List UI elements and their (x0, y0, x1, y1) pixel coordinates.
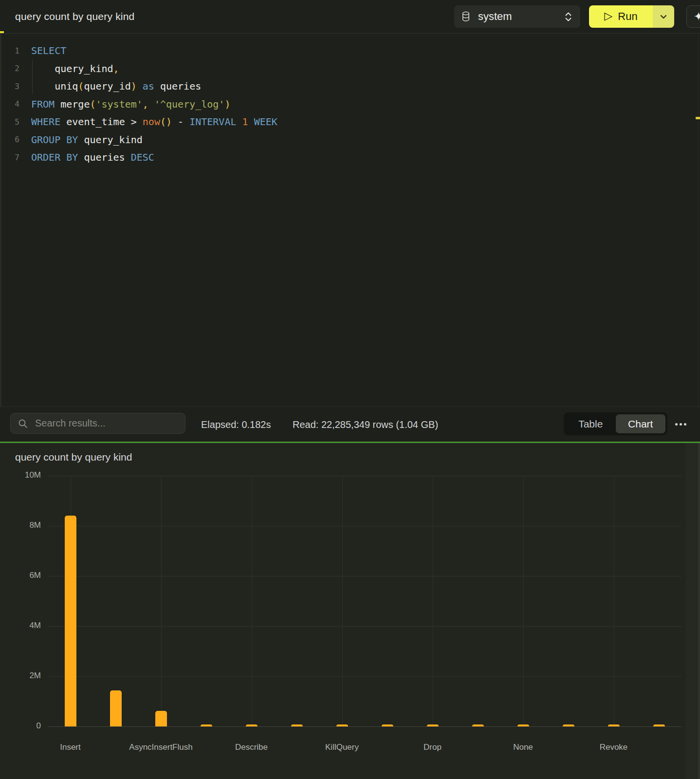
x-axis-label: None (475, 742, 572, 752)
play-icon: ▷ (604, 11, 612, 21)
code-token (148, 98, 154, 110)
code-line: 7ORDER BY queries DESC (0, 148, 700, 167)
chevron-up-down-icon (564, 11, 572, 22)
toggle-table[interactable]: Table (566, 414, 616, 433)
search-input[interactable] (34, 417, 178, 429)
code-token: ( (90, 98, 95, 110)
code-token (31, 63, 55, 74)
x-axis-label: KillQuery (294, 742, 391, 752)
chart-scrollbar-edge (698, 443, 700, 779)
gridline-h (48, 626, 682, 627)
bar-asyncinsertflush (155, 711, 167, 726)
gridline-v (523, 476, 524, 726)
chart-panel: query count by query kind 10M8M6M4M2M0 I… (0, 443, 700, 779)
ai-assistant-button[interactable]: ✦✦ (686, 5, 700, 28)
elapsed-stat: Elapsed: 0.182s (201, 407, 271, 442)
code-token: - (172, 116, 189, 128)
code-token: uniq (55, 80, 78, 92)
bar-insert (65, 516, 76, 726)
run-options-button[interactable] (653, 5, 674, 28)
run-label: Run (618, 10, 637, 23)
run-button-group: ▷ Run (589, 5, 674, 28)
y-axis-label: 10M (9, 470, 41, 480)
x-axis-label: Drop (384, 742, 481, 752)
y-axis-label: 8M (9, 520, 41, 530)
chevron-down-icon (660, 15, 667, 19)
code-token (55, 98, 60, 110)
bar-none (517, 724, 529, 726)
code-line: 6GROUP BY query_kind (0, 131, 700, 149)
code-token: WHERE (31, 116, 60, 128)
line-number: 5 (0, 117, 19, 127)
code-token: query_kind (84, 134, 142, 146)
y-axis-label: 6M (9, 571, 41, 580)
line-number: 1 (0, 46, 19, 56)
results-toolbar: Elapsed: 0.182s Read: 22,285,349 rows (1… (0, 407, 700, 442)
code-text: ORDER BY queries DESC (31, 151, 154, 163)
bar-unlabeled-9 (472, 724, 484, 726)
gridline-h (48, 726, 682, 727)
code-editor[interactable]: 1SELECT2 query_kind,3 uniq(query_id) as … (0, 34, 700, 407)
view-toggle: Table Chart (564, 412, 667, 435)
code-token: > (125, 116, 143, 128)
line-number: 7 (0, 153, 19, 162)
x-axis-label: Revoke (565, 742, 663, 752)
bar-unlabeled-1 (110, 690, 122, 726)
code-text: SELECT (31, 45, 66, 56)
line-number: 4 (0, 99, 19, 109)
bar-describe (246, 724, 258, 726)
ruler-mark (696, 117, 700, 119)
database-icon (462, 11, 470, 22)
code-token: , (143, 98, 148, 110)
toggle-chart[interactable]: Chart (616, 414, 666, 433)
code-text: GROUP BY query_kind (31, 134, 143, 146)
code-line: 5WHERE event_time > now() - INTERVAL 1 W… (0, 113, 700, 131)
code-token: ) (224, 98, 230, 110)
gridline-h (48, 476, 682, 476)
read-stat: Read: 22,285,349 rows (1.04 GB) (293, 407, 438, 442)
sparkle-icon: ✦✦ (694, 11, 700, 22)
code-token (125, 151, 131, 163)
code-line: 3 uniq(query_id) as queries (0, 77, 700, 95)
overview-ruler[interactable] (698, 34, 699, 407)
code-token (60, 116, 66, 128)
header: query count by query kind system ▷ (0, 0, 700, 34)
code-token: ( (160, 116, 166, 128)
gridline-v (614, 476, 614, 726)
code-line: 4FROM merge('system', '^query_log') (0, 95, 700, 113)
search-box[interactable] (10, 413, 185, 434)
code-text: WHERE event_time > now() - INTERVAL 1 WE… (31, 116, 277, 128)
code-token: ORDER BY (31, 151, 78, 163)
code-token (236, 116, 242, 128)
more-options-button[interactable] (670, 413, 691, 435)
line-number: 2 (0, 64, 19, 73)
chart-title: query count by query kind (15, 451, 132, 463)
code-token: as (143, 80, 154, 92)
chart-plot (48, 476, 682, 726)
gridline-v (252, 476, 252, 726)
y-axis-label: 0 (9, 721, 41, 731)
bar-unlabeled-3 (201, 724, 212, 726)
code-token: SELECT (31, 45, 66, 56)
line-number: 6 (0, 135, 19, 144)
sql-console-window: query count by query kind system ▷ (0, 0, 700, 779)
database-selector[interactable]: system (454, 5, 580, 28)
search-icon (18, 418, 28, 429)
code-token (78, 134, 84, 146)
gridline-v (342, 476, 343, 726)
code-token: ) (131, 80, 137, 92)
code-token: now (143, 116, 160, 128)
code-token: query_kind (55, 63, 113, 74)
database-name: system (478, 10, 564, 23)
code-token: merge (60, 98, 90, 110)
code-text: query_kind, (31, 63, 119, 74)
run-button[interactable]: ▷ Run (589, 5, 653, 28)
page-title: query count by query kind (15, 0, 134, 33)
bar-unlabeled-13 (653, 724, 665, 726)
chart-scrollbar-track[interactable] (685, 443, 698, 779)
bar-killquery (336, 724, 348, 726)
line-number: 3 (0, 82, 19, 91)
code-token: WEEK (254, 116, 277, 128)
gridline-v (161, 476, 162, 726)
bar-unlabeled-11 (563, 724, 574, 726)
